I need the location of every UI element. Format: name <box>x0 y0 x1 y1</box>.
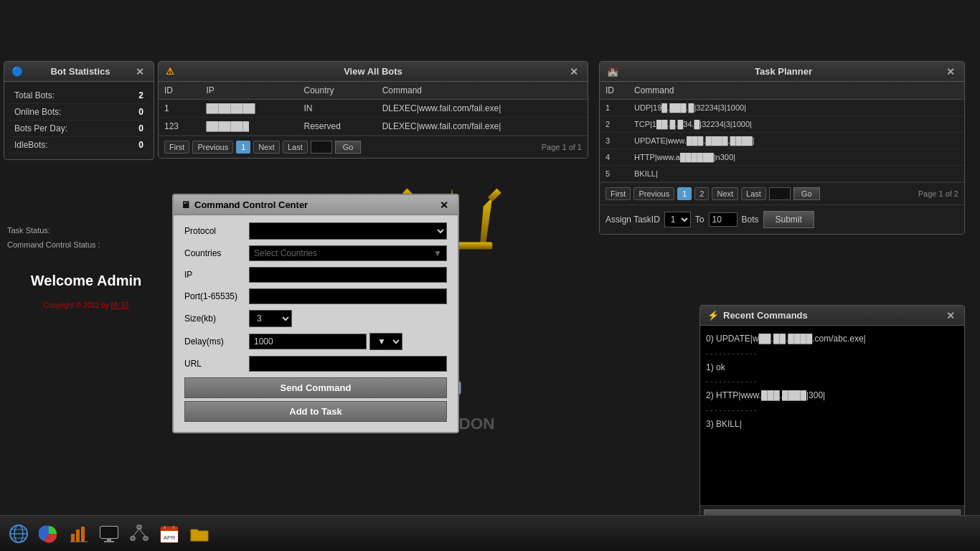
col-ip: IP <box>200 82 298 100</box>
size-select[interactable]: 3 5 10 <box>249 310 292 327</box>
task-command: HTTP|www.a██████|n300| <box>628 149 964 166</box>
bots-first-btn[interactable]: First <box>164 141 189 154</box>
copyright-text: Copyright © 2012 by Mr.32 <box>4 301 169 309</box>
assign-label: Assign TaskID <box>606 215 660 225</box>
recent-cmd-divider: - - - - - - - - - - - - <box>706 404 958 417</box>
task-planner-header: 🏰 Task Planner ✕ <box>600 62 964 82</box>
assign-submit-btn[interactable]: Submit <box>763 211 814 228</box>
task-table-row[interactable]: 3 UPDATE|www.███.████.████| <box>600 133 964 149</box>
bots-next-btn[interactable]: Next <box>253 141 280 154</box>
view-bots-icon: ⚠ <box>166 66 174 77</box>
cmd-center-close[interactable]: ✕ <box>438 200 451 210</box>
task-command: UDP|19█.███.█|32234|3|1000| <box>628 100 964 116</box>
tasks-page1-btn[interactable]: 1 <box>677 187 692 200</box>
task-table-row[interactable]: 4 HTTP|www.a██████|n300| <box>600 149 964 166</box>
protocol-select[interactable]: UDP TCP HTTP SLOWLORIS UPDATE BKILL DLEX… <box>249 222 447 240</box>
task-planner-title: Task Planner <box>755 66 812 77</box>
bots-page1-btn[interactable]: 1 <box>236 141 250 154</box>
task-col-id: ID <box>600 82 628 100</box>
bot-country: Reserved <box>298 118 377 136</box>
bots-go-btn[interactable]: Go <box>335 141 362 154</box>
taskbar-globe[interactable] <box>6 521 32 547</box>
task-planner-close[interactable]: ✕ <box>944 67 957 77</box>
recent-cmds-header: ⚡ Recent Commands ✕ <box>700 306 964 326</box>
tasks-last-btn[interactable]: Last <box>741 187 766 200</box>
tasks-first-btn[interactable]: First <box>606 187 631 200</box>
tasks-pagination: First Previous 1 2 Next Last Go Page 1 o… <box>600 182 964 204</box>
task-table-row[interactable]: 1 UDP|19█.███.█|32234|3|1000| <box>600 100 964 116</box>
tasks-prev-btn[interactable]: Previous <box>633 187 674 200</box>
svg-rect-22 <box>100 527 118 538</box>
delay-select[interactable]: ▼ <box>369 333 402 350</box>
col-id: ID <box>159 82 200 100</box>
task-command: BKILL| <box>628 166 964 182</box>
bot-stats-header: 🔵 Bot Statistics ✕ <box>4 62 154 82</box>
taskbar: APR <box>0 515 980 551</box>
cmd-body: Protocol UDP TCP HTTP SLOWLORIS UPDATE B… <box>174 215 458 432</box>
url-input[interactable] <box>249 356 447 372</box>
delay-input[interactable] <box>249 334 367 349</box>
task-table-row[interactable]: 5 BKILL| <box>600 166 964 182</box>
col-command: Command <box>377 82 588 100</box>
bot-table-row[interactable]: 123 ███████ Reserved DLEXEC|www.fail.com… <box>159 118 588 136</box>
svg-rect-27 <box>143 537 148 540</box>
delay-row: Delay(ms) ▼ <box>184 333 447 350</box>
svg-rect-26 <box>131 537 135 540</box>
bot-stats-panel: 🔵 Bot Statistics ✕ Total Bots: 2 Online … <box>4 61 154 160</box>
taskbar-calendar[interactable]: APR <box>156 521 182 547</box>
cmd-center-header: 🖥 Command Control Center ✕ <box>174 195 458 215</box>
send-command-btn[interactable]: Send Command <box>184 377 447 398</box>
bots-table: ID IP Country Command 1 ████████ IN DLEX… <box>159 82 588 136</box>
bot-stats-close[interactable]: ✕ <box>133 67 146 77</box>
bots-prev-btn[interactable]: Previous <box>192 141 233 154</box>
taskbar-bar-chart[interactable] <box>66 521 92 547</box>
sidebar-status: Task Status: Command Control Status : <box>4 222 154 253</box>
bot-command: DLEXEC|www.fail.com/fail.exe| <box>377 100 588 118</box>
stats-table: Total Bots: 2 Online Bots: 0 Bots Per Da… <box>4 82 154 159</box>
taskbar-pie[interactable] <box>36 521 62 547</box>
svg-rect-17 <box>71 534 75 542</box>
svg-rect-19 <box>81 527 85 542</box>
bot-table-row[interactable]: 1 ████████ IN DLEXEC|www.fail.com/fail.e… <box>159 100 588 118</box>
task-table-row[interactable]: 2 TCP|1██.█.█34.█|32234|3|1000| <box>600 116 964 133</box>
recent-cmd-divider: - - - - - - - - - - - - <box>706 375 958 388</box>
bot-id: 1 <box>159 100 200 118</box>
taskbar-monitor[interactable] <box>96 521 122 547</box>
assign-bar: Assign TaskID 1 2 3 4 5 To Bots Submit <box>600 204 964 234</box>
col-country: Country <box>298 82 377 100</box>
bot-stats-title: Bot Statistics <box>50 66 110 77</box>
welcome-text: Welcome Admin <box>4 273 169 289</box>
add-to-task-btn[interactable]: Add to Task <box>184 401 447 422</box>
protocol-row: Protocol UDP TCP HTTP SLOWLORIS UPDATE B… <box>184 222 447 240</box>
countries-select[interactable]: Select Countries ▼ <box>249 245 447 261</box>
recent-cmd-item: 2) HTTP|www.███.████|300| <box>706 388 958 404</box>
ip-input[interactable] <box>249 267 447 283</box>
ip-row: IP <box>184 267 447 283</box>
bots-last-btn[interactable]: Last <box>283 141 308 154</box>
svg-rect-24 <box>104 541 114 542</box>
svg-marker-2 <box>480 197 493 247</box>
bots-go-input[interactable] <box>311 141 332 154</box>
view-bots-header: ⚠ View All Bots ✕ <box>159 62 588 82</box>
bot-id: 123 <box>159 118 200 136</box>
svg-rect-23 <box>107 538 111 541</box>
tasks-go-btn[interactable]: Go <box>793 187 820 200</box>
tasks-next-btn[interactable]: Next <box>712 187 738 200</box>
recent-cmds-close[interactable]: ✕ <box>944 311 957 321</box>
port-input[interactable] <box>249 288 447 304</box>
taskbar-network[interactable] <box>126 521 152 547</box>
taskbar-folder[interactable] <box>187 521 212 547</box>
assign-to-input[interactable] <box>709 212 738 227</box>
total-bots-row: Total Bots: 2 <box>10 88 148 104</box>
assign-taskid-select[interactable]: 1 2 3 4 5 <box>664 212 691 227</box>
recent-cmd-item: 3) BKILL| <box>706 417 958 433</box>
recent-cmd-item: 1) ok <box>706 360 958 376</box>
tasks-page2-btn[interactable]: 2 <box>694 187 709 200</box>
tasks-go-input[interactable] <box>769 187 791 200</box>
svg-text:APR: APR <box>164 534 176 541</box>
bot-ip: ███████ <box>200 118 298 136</box>
svg-marker-4 <box>488 189 501 202</box>
svg-rect-18 <box>76 529 80 542</box>
view-bots-close[interactable]: ✕ <box>567 67 580 77</box>
task-id: 1 <box>600 100 628 116</box>
